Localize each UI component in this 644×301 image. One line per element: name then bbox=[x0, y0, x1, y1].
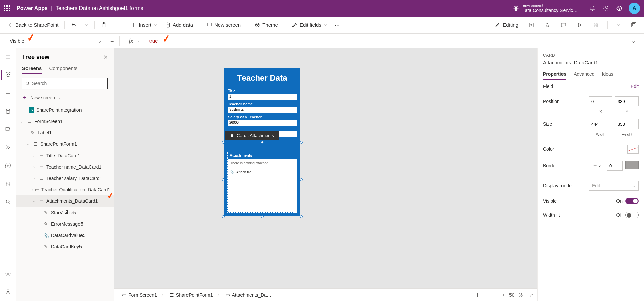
data-rail-icon[interactable] bbox=[1, 106, 15, 117]
fx-chevron[interactable]: ⌄ bbox=[137, 39, 140, 43]
new-screen-button[interactable]: New screen bbox=[205, 21, 248, 29]
property-selector[interactable]: Visible ⌄ ✓ bbox=[6, 36, 105, 46]
insert-rail-icon[interactable] bbox=[1, 88, 15, 99]
attachments-card[interactable]: Attachments There is nothing attached. 📎… bbox=[227, 152, 297, 213]
border-style-picker[interactable]: ━ ⌄ bbox=[591, 161, 604, 169]
virtual-agent-icon[interactable] bbox=[1, 286, 15, 297]
variables-rail-icon[interactable]: (x) bbox=[1, 160, 15, 171]
tree-node-label1[interactable]: ✎Label1 bbox=[16, 127, 114, 138]
publish-chevron[interactable] bbox=[615, 22, 622, 28]
new-screen-button[interactable]: ＋ New screen ⌄ bbox=[16, 93, 114, 104]
zoom-slider[interactable] bbox=[455, 295, 498, 295]
prop-field-edit[interactable]: Edit bbox=[631, 84, 639, 89]
display-mode-dropdown[interactable]: Edit⌄ bbox=[589, 181, 639, 191]
avatar[interactable]: A bbox=[629, 3, 640, 14]
tree-search-input[interactable] bbox=[32, 81, 105, 86]
svg-point-9 bbox=[256, 24, 257, 25]
tab-ideas[interactable]: Ideas bbox=[602, 69, 613, 80]
attach-file-button[interactable]: 📎 Attach file bbox=[230, 170, 294, 174]
comments-icon[interactable] bbox=[559, 21, 568, 29]
add-data-button[interactable]: Add data bbox=[163, 21, 200, 29]
tree-node-starvisible[interactable]: ✎StarVisible5 bbox=[16, 207, 114, 218]
tree-node-sharepointform[interactable]: ⌄☰SharePointForm1 bbox=[16, 138, 114, 150]
notifications-icon[interactable] bbox=[586, 2, 599, 15]
tab-components[interactable]: Components bbox=[49, 65, 77, 74]
environment-picker[interactable]: Environment Tata Consultancy Servic… bbox=[523, 3, 578, 13]
breadcrumb-form[interactable]: ☰SharePointForm1 bbox=[166, 289, 217, 301]
tree-node-attachments-datacard[interactable]: ⌄▭Attachments_DataCard1 ✓ bbox=[16, 195, 114, 207]
prop-border-label: Border bbox=[543, 163, 591, 168]
formula-input[interactable]: true ✓ bbox=[146, 37, 625, 45]
search-rail-icon[interactable] bbox=[1, 196, 15, 207]
share-icon[interactable] bbox=[527, 21, 536, 29]
widthfit-toggle[interactable] bbox=[625, 212, 639, 218]
tree-node-errormessage[interactable]: ✎ErrorMessage5 bbox=[16, 218, 114, 230]
color-picker[interactable] bbox=[627, 145, 639, 154]
help-icon[interactable] bbox=[612, 2, 626, 15]
tree-search[interactable] bbox=[22, 78, 108, 89]
checker-icon[interactable] bbox=[543, 21, 552, 29]
svg-rect-7 bbox=[207, 23, 211, 26]
field-title-input[interactable]: 1 bbox=[228, 94, 297, 100]
hamburger-icon[interactable] bbox=[1, 52, 15, 62]
app-launcher-icon[interactable] bbox=[4, 5, 10, 11]
media-rail-icon[interactable] bbox=[1, 124, 15, 135]
paste-button[interactable] bbox=[99, 21, 108, 29]
svg-point-3 bbox=[619, 9, 619, 10]
zoom-unit: % bbox=[519, 292, 523, 298]
tree-node-datacardvalue[interactable]: 📎DataCardValue5 bbox=[16, 230, 114, 241]
breadcrumb-screen[interactable]: ▭FormScreen1 bbox=[118, 289, 161, 301]
preview-icon[interactable] bbox=[575, 21, 584, 29]
formula-expand-icon[interactable]: ⌄ bbox=[629, 38, 638, 44]
tree-node-sharepoint-integration[interactable]: SSharePointIntegration bbox=[16, 104, 114, 116]
tools-rail-icon[interactable] bbox=[1, 178, 15, 189]
editing-mode[interactable]: Editing bbox=[493, 21, 520, 29]
size-width-input[interactable] bbox=[589, 119, 612, 129]
undo-button[interactable] bbox=[69, 21, 78, 29]
attachments-empty-text: There is nothing attached. bbox=[230, 161, 294, 165]
insert-button[interactable]: Insert bbox=[129, 21, 159, 29]
environment-icon[interactable] bbox=[509, 2, 523, 15]
breadcrumb-card[interactable]: ▭Attachments_Da… bbox=[222, 289, 276, 301]
size-height-input[interactable] bbox=[615, 119, 639, 129]
visible-toggle[interactable] bbox=[625, 198, 639, 204]
position-x-input[interactable] bbox=[589, 96, 612, 106]
tree-node-qualification-datacard[interactable]: ›▭Teacher Qualification_DataCard1 bbox=[16, 184, 114, 195]
tree-node-salary-datacard[interactable]: ›▭Teacher salary_DataCard1 bbox=[16, 173, 114, 184]
tree: SSharePointIntegration ⌄▭FormScreen1 ✎La… bbox=[16, 104, 114, 301]
border-width-input[interactable] bbox=[607, 161, 623, 171]
field-name-input[interactable]: Sushmita bbox=[228, 107, 297, 113]
tree-view-icon[interactable] bbox=[1, 70, 15, 80]
save-icon[interactable] bbox=[591, 21, 600, 29]
prop-color-label: Color bbox=[543, 146, 627, 152]
theme-button[interactable]: Theme bbox=[253, 21, 285, 29]
settings-rail-icon[interactable] bbox=[1, 268, 15, 279]
panel-chevron-icon[interactable]: › bbox=[637, 53, 639, 58]
position-y-input[interactable] bbox=[615, 96, 639, 106]
zoom-in[interactable]: + bbox=[502, 292, 505, 298]
zoom-out[interactable]: − bbox=[448, 292, 451, 298]
edit-fields-button[interactable]: Edit fields bbox=[290, 21, 329, 29]
new-screen-label: New screen bbox=[214, 22, 241, 28]
tree-node-name-datacard[interactable]: ›▭Teacher name_DataCard1 bbox=[16, 161, 114, 173]
overflow-button[interactable]: ⋯ bbox=[333, 21, 341, 29]
back-button[interactable]: Back to SharePoint bbox=[6, 21, 60, 29]
tree-node-datacardkey[interactable]: ✎DataCardKey5 bbox=[16, 241, 114, 252]
tab-advanced[interactable]: Advanced bbox=[574, 69, 594, 80]
close-icon[interactable]: ✕ bbox=[103, 54, 108, 60]
field-salary-input[interactable]: 26000 bbox=[228, 120, 297, 126]
paste-chevron[interactable] bbox=[113, 22, 119, 28]
svg-point-23 bbox=[7, 290, 9, 292]
publish-icon[interactable] bbox=[629, 21, 638, 29]
tree-node-title-datacard[interactable]: ›▭Title_DataCard1 bbox=[16, 150, 114, 161]
fit-icon[interactable]: ⤢ bbox=[529, 292, 533, 298]
property-name: Visible bbox=[10, 38, 24, 44]
tab-properties[interactable]: Properties bbox=[543, 69, 566, 80]
border-color-picker[interactable] bbox=[625, 161, 639, 169]
undo-chevron[interactable] bbox=[83, 22, 90, 28]
flows-rail-icon[interactable] bbox=[1, 142, 15, 153]
tab-screens[interactable]: Screens bbox=[22, 65, 42, 74]
settings-icon[interactable] bbox=[599, 2, 612, 15]
tree-node-formscreen[interactable]: ⌄▭FormScreen1 bbox=[16, 116, 114, 127]
svg-point-19 bbox=[6, 183, 7, 184]
